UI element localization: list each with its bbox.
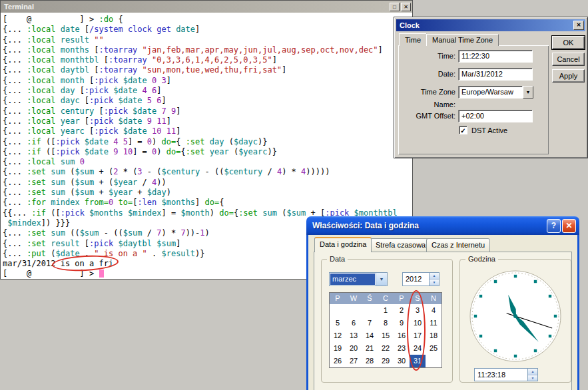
calendar-day[interactable]: 23 <box>394 342 410 355</box>
apply-button[interactable]: Apply <box>552 69 585 83</box>
terminal-maximize-button[interactable]: □ <box>390 3 400 11</box>
calendar-day[interactable]: 9 <box>394 317 410 329</box>
terminal-line: {... :for mindex from=0 to=[:len $months… <box>3 198 412 208</box>
calendar-dates: 1234567891011121314151617181920212223242… <box>330 304 441 367</box>
calendar-day[interactable]: 3 <box>410 304 426 317</box>
calendar-day[interactable]: 21 <box>362 342 378 355</box>
spin-up-icon[interactable]: ▲ <box>430 273 439 280</box>
calendar-day-selected[interactable]: 31 <box>410 355 426 367</box>
date-label: Date: <box>398 68 455 81</box>
terminal-line: {... :local month [:pick $date 0 3] <box>3 76 412 86</box>
close-icon: ✕ <box>404 4 408 10</box>
calendar-day <box>330 304 346 317</box>
time-zone-label: Time Zone Name: <box>398 86 455 98</box>
tab-time-zone[interactable]: Strefa czasowa <box>370 238 431 252</box>
xp-dialog-title: Właściwości: Data i godzina <box>312 221 545 230</box>
calendar-day-headers: PWŚCPSN <box>330 293 441 304</box>
terminal-close-button[interactable]: ✕ <box>401 3 411 11</box>
calendar-day-header: Ś <box>362 293 378 304</box>
calendar-day[interactable]: 12 <box>330 329 346 342</box>
calendar-day[interactable]: 10 <box>410 317 426 329</box>
cancel-button[interactable]: Cancel <box>552 53 585 66</box>
clock-hour-mark <box>479 335 482 337</box>
dst-active-checkbox[interactable]: ✓ <box>459 126 467 134</box>
date-input[interactable]: Mar/31/2012 <box>458 68 533 81</box>
terminal-line: {... :set sum ($sum + ($year / 4)) <box>3 178 412 188</box>
month-select[interactable]: marzec ▼ <box>329 272 388 286</box>
calendar-day[interactable]: 29 <box>378 355 394 367</box>
calendar-day <box>346 304 362 317</box>
xp-titlebar[interactable]: Właściwości: Data i godzina ? ✕ <box>306 216 579 235</box>
year-value: 2012 <box>403 273 429 286</box>
calendar-day[interactable]: 4 <box>426 304 441 317</box>
calendar-day[interactable]: 14 <box>362 329 378 342</box>
calendar-day[interactable]: 16 <box>394 329 410 342</box>
time-input[interactable]: 11:22:30 <box>458 50 533 63</box>
clock-hour-mark <box>549 335 551 337</box>
calendar-day[interactable]: 5 <box>330 317 346 329</box>
calendar-day[interactable]: 18 <box>426 329 441 342</box>
tab-time[interactable]: Time <box>399 33 427 46</box>
calendar-day[interactable]: 17 <box>410 329 426 342</box>
calendar-day[interactable]: 27 <box>346 355 362 367</box>
calendar-day[interactable]: 7 <box>362 317 378 329</box>
clock-hour-mark <box>554 315 557 317</box>
clock-hour-mark <box>494 280 497 283</box>
calendar-day[interactable]: 26 <box>330 355 346 367</box>
clock-hour-mark <box>514 275 517 278</box>
clock-titlebar[interactable]: Clock ✕ <box>396 19 585 31</box>
time-label: Time: <box>398 50 455 63</box>
gmt-offset-input[interactable]: +02:00 <box>458 110 533 122</box>
terminal-line: {... :local dayc [:pick $date 5 6] <box>3 96 412 106</box>
time-zone-select[interactable]: Europe/Warsaw <box>458 86 523 98</box>
terminal-line: {... :if ([:pick $date 9 10] = 0) do={:s… <box>3 147 412 157</box>
clock-center-dot <box>513 314 517 318</box>
terminal-titlebar[interactable]: Terminal □ ✕ <box>1 1 412 13</box>
check-icon: ✓ <box>460 127 465 134</box>
spin-up-icon[interactable]: ▲ <box>528 369 537 375</box>
calendar-day[interactable]: 15 <box>378 329 394 342</box>
terminal-line: {... :local sum 0 <box>3 157 412 167</box>
chevron-down-icon: ▼ <box>526 90 531 95</box>
terminal-line: {... :local monthtbl [:toarray "0,3,3,6,… <box>3 55 412 65</box>
tab-internet-time[interactable]: Czas z Internetu <box>426 238 490 252</box>
calendar-day[interactable]: 13 <box>346 329 362 342</box>
dst-active-label: DST Active <box>471 126 507 135</box>
calendar-day[interactable]: 24 <box>410 342 426 355</box>
calendar-day[interactable]: 8 <box>378 317 394 329</box>
calendar-day[interactable]: 11 <box>426 317 441 329</box>
terminal-line: {... :local daytbl [:toarray "sun,mon,tu… <box>3 65 412 75</box>
clock-close-button[interactable]: ✕ <box>573 21 584 30</box>
clock-hour-mark <box>514 355 517 357</box>
time-spinner[interactable]: 11:23:18 ▲ ▼ <box>474 368 538 381</box>
help-button[interactable]: ? <box>547 219 561 233</box>
calendar-day[interactable]: 6 <box>346 317 362 329</box>
clock-hour-mark <box>474 315 477 317</box>
year-spinner[interactable]: 2012 ▲ ▼ <box>402 272 440 286</box>
analog-clock <box>467 268 563 364</box>
calendar-day[interactable]: 30 <box>394 355 410 367</box>
date-time-properties-dialog: Właściwości: Data i godzina ? ✕ Data i g… <box>306 216 579 390</box>
terminal-line: {... :local century [:pick $date 7 9] <box>3 106 412 116</box>
calendar-day[interactable]: 22 <box>378 342 394 355</box>
terminal-title: Terminal <box>4 3 388 11</box>
calendar-day-header: C <box>378 293 394 304</box>
calendar-day[interactable]: 28 <box>362 355 378 367</box>
time-zone-dropdown-button[interactable]: ▼ <box>523 86 533 98</box>
calendar-day[interactable]: 1 <box>378 304 394 317</box>
spin-down-icon[interactable]: ▼ <box>528 375 537 381</box>
spin-down-icon[interactable]: ▼ <box>430 280 439 286</box>
calendar-day[interactable]: 20 <box>346 342 362 355</box>
time-group-label: Godzina <box>465 255 498 263</box>
calendar-day[interactable]: 2 <box>394 304 410 317</box>
calendar-day <box>362 304 378 317</box>
tab-date-and-time[interactable]: Data i godzina <box>314 237 372 252</box>
calendar-day[interactable]: 19 <box>330 342 346 355</box>
xp-close-button[interactable]: ✕ <box>562 219 576 233</box>
terminal-line: [ @ ] > :do { <box>3 15 412 25</box>
calendar-day-header: W <box>346 293 362 304</box>
tab-manual-time-zone[interactable]: Manual Time Zone <box>426 34 499 46</box>
month-dropdown-button[interactable]: ▼ <box>376 273 387 286</box>
ok-button[interactable]: OK <box>552 36 585 49</box>
calendar-day[interactable]: 25 <box>426 342 441 355</box>
